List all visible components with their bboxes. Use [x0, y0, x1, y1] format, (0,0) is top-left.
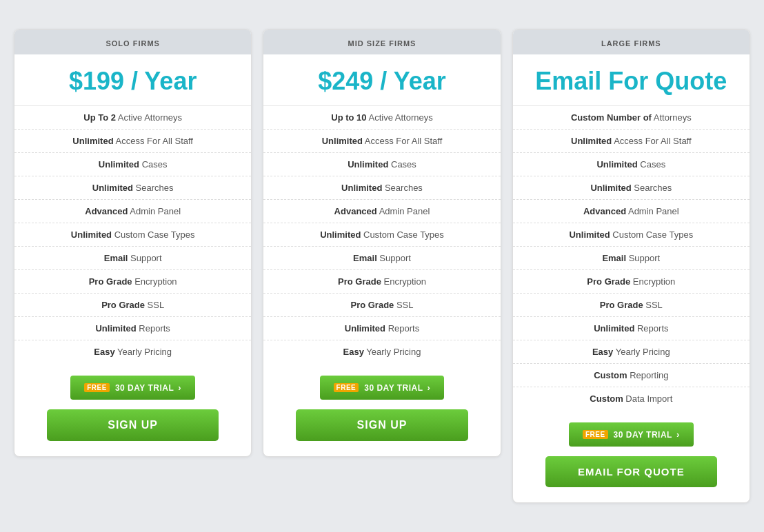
list-item: Unlimited Reports	[14, 317, 251, 340]
list-item: Advanced Admin Panel	[14, 200, 251, 223]
card-price-large: Email For Quote	[513, 54, 750, 106]
features-list-mid: Up to 10 Active AttorneysUnlimited Acces…	[263, 106, 500, 363]
card-header-label-mid: MID SIZE FIRMS	[348, 39, 416, 48]
price-text-mid: $249 / Year	[318, 67, 446, 95]
trial-button-solo[interactable]: FREE 30 DAY TRIAL›	[70, 376, 195, 400]
list-item: Unlimited Searches	[14, 176, 251, 200]
list-item: Pro Grade Encryption	[14, 270, 251, 294]
list-item: Unlimited Searches	[513, 176, 750, 200]
list-item: Easy Yearly Pricing	[513, 340, 750, 364]
list-item: Unlimited Reports	[263, 317, 500, 340]
list-item: Pro Grade SSL	[513, 294, 750, 317]
list-item: Unlimited Custom Case Types	[513, 223, 750, 247]
card-footer-mid: FREE 30 DAY TRIAL›SIGN UP	[263, 363, 500, 456]
list-item: Pro Grade SSL	[14, 294, 251, 317]
list-item: Custom Reporting	[513, 364, 750, 387]
list-item: Unlimited Searches	[263, 176, 500, 200]
card-footer-large: FREE 30 DAY TRIAL›EMAIL FOR QUOTE	[513, 410, 750, 502]
pricing-card-solo: SOLO FIRMS$199 / YearUp To 2 Active Atto…	[14, 29, 252, 457]
card-header-large: LARGE FIRMS	[513, 30, 750, 54]
list-item: Custom Data Import	[513, 387, 750, 410]
list-item: Pro Grade SSL	[263, 294, 500, 317]
card-header-mid: MID SIZE FIRMS	[263, 30, 500, 54]
card-footer-solo: FREE 30 DAY TRIAL›SIGN UP	[14, 363, 251, 456]
list-item: Email Support	[513, 247, 750, 270]
list-item: Pro Grade Encryption	[513, 270, 750, 294]
signup-button-mid[interactable]: SIGN UP	[296, 409, 468, 441]
card-price-solo: $199 / Year	[14, 54, 251, 106]
card-header-label-large: LARGE FIRMS	[601, 39, 661, 48]
list-item: Unlimited Access For All Staff	[513, 130, 750, 153]
list-item: Unlimited Access For All Staff	[14, 130, 251, 153]
list-item: Advanced Admin Panel	[263, 200, 500, 223]
list-item: Up To 2 Active Attorneys	[14, 106, 251, 130]
features-list-large: Custom Number of AttorneysUnlimited Acce…	[513, 106, 750, 410]
list-item: Unlimited Custom Case Types	[263, 223, 500, 247]
pricing-container: SOLO FIRMS$199 / YearUp To 2 Active Atto…	[14, 29, 750, 503]
pricing-card-large: LARGE FIRMSEmail For QuoteCustom Number …	[512, 29, 750, 503]
signup-button-solo[interactable]: SIGN UP	[47, 409, 219, 441]
trial-button-large[interactable]: FREE 30 DAY TRIAL›	[569, 422, 694, 447]
trial-button-mid[interactable]: FREE 30 DAY TRIAL›	[320, 376, 445, 400]
list-item: Unlimited Custom Case Types	[14, 223, 251, 247]
list-item: Up to 10 Active Attorneys	[263, 106, 500, 130]
price-text-solo: $199 / Year	[69, 67, 197, 95]
list-item: Easy Yearly Pricing	[263, 340, 500, 363]
list-item: Pro Grade Encryption	[263, 270, 500, 294]
email-quote-button-large[interactable]: EMAIL FOR QUOTE	[545, 456, 717, 487]
card-header-solo: SOLO FIRMS	[14, 30, 251, 54]
list-item: Unlimited Access For All Staff	[263, 130, 500, 153]
list-item: Email Support	[263, 247, 500, 270]
list-item: Email Support	[14, 247, 251, 270]
list-item: Advanced Admin Panel	[513, 200, 750, 223]
price-text-large: Email For Quote	[535, 67, 727, 95]
list-item: Easy Yearly Pricing	[14, 340, 251, 363]
list-item: Unlimited Reports	[513, 317, 750, 340]
list-item: Unlimited Cases	[14, 153, 251, 176]
features-list-solo: Up To 2 Active AttorneysUnlimited Access…	[14, 106, 251, 363]
list-item: Custom Number of Attorneys	[513, 106, 750, 130]
pricing-card-mid: MID SIZE FIRMS$249 / YearUp to 10 Active…	[263, 29, 501, 457]
list-item: Unlimited Cases	[263, 153, 500, 176]
list-item: Unlimited Cases	[513, 153, 750, 176]
card-header-label-solo: SOLO FIRMS	[105, 39, 159, 48]
card-price-mid: $249 / Year	[263, 54, 500, 106]
